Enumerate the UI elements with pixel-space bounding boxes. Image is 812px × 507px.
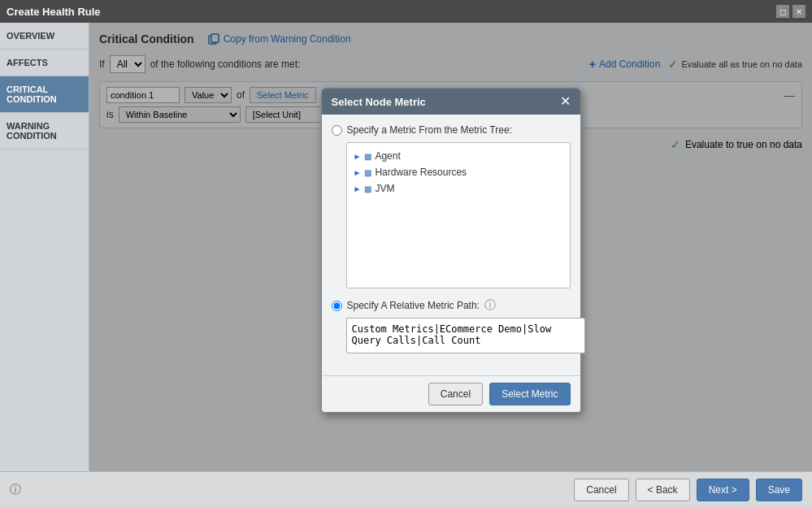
modal-overlay: Select Node Metric ✕ Specify a Metric Fr… [89,23,812,471]
titlebar-controls: ◻ ✕ [776,5,805,18]
titlebar: Create Health Rule ◻ ✕ [0,0,812,23]
next-button[interactable]: Next > [697,479,749,501]
relative-path-input[interactable]: Custom Metrics|ECommerce Demo|Slow Query… [346,318,585,353]
close-button[interactable]: ✕ [792,5,805,18]
modal-close-button[interactable]: ✕ [560,95,571,108]
help-icon[interactable]: ⓘ [484,298,496,313]
window-title: Create Health Rule [7,6,101,18]
cancel-button[interactable]: Cancel [574,479,628,501]
tree-label-hardware: Hardware Resources [375,167,467,178]
radio-metric-tree-row: Specify a Metric From the Metric Tree: [332,124,571,136]
modal-select-metric-button[interactable]: Select Metric [489,383,570,405]
sidebar: Overview Affects Critical Condition Warn… [0,23,89,471]
content-area: Overview Affects Critical Condition Warn… [0,23,812,471]
bar-icon-agent: ▩ [364,152,371,161]
sidebar-item-critical-condition[interactable]: Critical Condition [0,76,89,113]
tree-label-agent: Agent [375,150,400,162]
expand-icon-hardware: ► [354,168,362,177]
modal-dialog: Select Node Metric ✕ Specify a Metric Fr… [321,88,581,413]
tree-label-jvm: JVM [375,183,394,194]
sidebar-item-overview[interactable]: Overview [0,23,89,50]
modal-footer: Cancel Select Metric [322,375,580,412]
sidebar-item-warning-condition[interactable]: Warning Condition [0,113,89,150]
metric-tree: ► ▩ Agent ► ▩ Hardware Resources ► [346,142,571,288]
main-window: Create Health Rule ◻ ✕ Overview Affects … [0,0,812,507]
modal-header: Select Node Metric ✕ [322,89,580,115]
radio-path-label[interactable]: Specify A Relative Metric Path: [347,300,480,311]
radio-tree-label[interactable]: Specify a Metric From the Metric Tree: [347,124,512,136]
footer: ⓘ Cancel < Back Next > Save [0,471,812,507]
radio-relative-path[interactable] [332,301,342,311]
sidebar-item-affects[interactable]: Affects [0,50,89,76]
radio-metric-tree[interactable] [332,125,342,136]
modal-body: Specify a Metric From the Metric Tree: ►… [322,115,580,375]
modal-cancel-button[interactable]: Cancel [428,383,483,405]
expand-icon-agent: ► [354,152,362,161]
tree-item-agent[interactable]: ► ▩ Agent [352,148,565,164]
main-panel: Critical Condition Copy from Warning Con… [89,23,812,471]
radio-relative-path-row: Specify A Relative Metric Path: ⓘ [332,298,571,313]
back-button[interactable]: < Back [636,479,690,501]
tree-item-hardware[interactable]: ► ▩ Hardware Resources [352,164,565,180]
save-button[interactable]: Save [756,479,802,501]
restore-button[interactable]: ◻ [776,5,789,18]
tree-item-jvm[interactable]: ► ▩ JVM [352,180,565,197]
expand-icon-jvm: ► [354,184,362,193]
help-button[interactable]: ⓘ [10,483,21,497]
bar-icon-hardware: ▩ [364,168,371,177]
bar-icon-jvm: ▩ [364,184,371,193]
modal-title: Select Node Metric [332,96,426,108]
